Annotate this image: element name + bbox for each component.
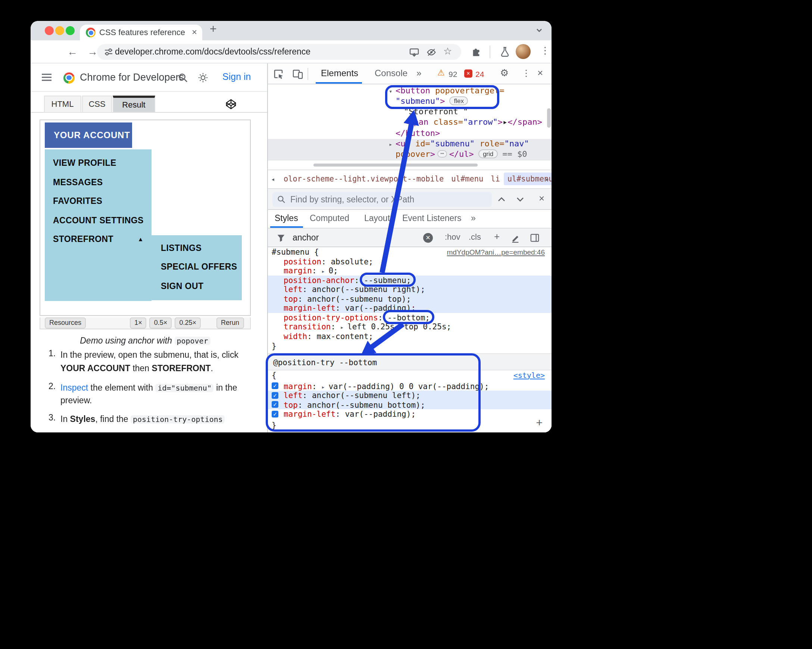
- css-declaration[interactable]: top: anchor(--submenu top);: [268, 294, 551, 303]
- css-declaration[interactable]: position: absolute;: [268, 257, 551, 266]
- breadcrumb-item[interactable]: ul#menu: [447, 173, 487, 185]
- your-account-button[interactable]: YOUR ACCOUNT: [45, 122, 132, 147]
- bookmark-star-icon[interactable]: ☆: [443, 46, 452, 57]
- expand-arrow-icon[interactable]: ▾: [389, 86, 395, 97]
- clear-filter-icon[interactable]: ✕: [423, 233, 433, 242]
- theme-sun-icon[interactable]: [198, 72, 208, 83]
- tab-search-chevron-icon[interactable]: [535, 26, 543, 34]
- breadcrumb-right-arrow-icon[interactable]: ▸: [545, 175, 549, 182]
- inspect-element-icon[interactable]: [272, 68, 284, 80]
- css-declaration[interactable]: ✓margin-left: var(--padding);: [268, 409, 551, 419]
- warning-icon[interactable]: ⚠: [437, 68, 445, 78]
- find-next-chevron-icon[interactable]: [516, 195, 525, 203]
- search-icon[interactable]: [178, 72, 188, 83]
- shorthand-expand-icon[interactable]: ▸: [340, 324, 347, 331]
- error-count[interactable]: 24: [475, 69, 484, 78]
- sign-in-link[interactable]: Sign in: [223, 72, 251, 82]
- declaration-checkbox[interactable]: ✓: [272, 410, 278, 417]
- css-rule-header[interactable]: #submenu { mdYdpOM?ani…pe=embed:46: [268, 247, 551, 257]
- declaration-checkbox[interactable]: ✓: [272, 383, 278, 389]
- breadcrumb-left-arrow-icon[interactable]: ◂: [271, 175, 275, 182]
- new-tab-button[interactable]: +: [210, 22, 217, 36]
- css-declaration[interactable]: margin-left: var(--padding);: [268, 303, 551, 312]
- forward-button[interactable]: →: [87, 46, 98, 58]
- declaration-checkbox[interactable]: ✓: [272, 401, 278, 408]
- flex-badge[interactable]: flex: [449, 96, 468, 105]
- css-selector[interactable]: #submenu {: [272, 247, 319, 257]
- close-window-button[interactable]: [45, 26, 54, 35]
- profile-avatar[interactable]: [516, 44, 531, 59]
- css-declaration[interactable]: position-anchor: --submenu;: [268, 275, 551, 285]
- vertical-scrollbar[interactable]: [547, 108, 550, 128]
- sidebar-tab-event-listeners[interactable]: Event Listeners: [402, 214, 462, 223]
- shorthand-expand-icon[interactable]: ▸: [321, 384, 328, 390]
- dom-tree-node[interactable]: popover>⋯</ul>grid== $0: [268, 150, 551, 161]
- sidebar-tab-computed[interactable]: Computed: [310, 214, 349, 223]
- embed-tab-html[interactable]: HTML: [44, 96, 81, 113]
- tab-elements[interactable]: Elements: [321, 68, 358, 78]
- styles-filter-input[interactable]: [291, 231, 418, 244]
- warning-count[interactable]: 92: [449, 69, 457, 78]
- menu-item[interactable]: SIGN OUT: [151, 277, 242, 296]
- tune-icon[interactable]: [104, 47, 113, 57]
- back-button[interactable]: ←: [67, 46, 78, 58]
- dom-tree-node[interactable]: "Storefront ": [268, 107, 551, 118]
- sidebar-tab-layout[interactable]: Layout: [364, 214, 390, 223]
- chrome-developers-logo[interactable]: [63, 72, 75, 83]
- toggle-hover-button[interactable]: :hov: [445, 232, 461, 241]
- embed-tab-result[interactable]: Result: [113, 96, 155, 113]
- browser-tab[interactable]: CSS features reference | Chr ×: [80, 24, 202, 40]
- collapsed-content-ellipsis[interactable]: ⋯: [437, 150, 447, 158]
- zoom-window-button[interactable]: [66, 26, 75, 35]
- position-try-header[interactable]: @position-try --bottom: [268, 353, 551, 370]
- zoom-button[interactable]: 0.5×: [150, 317, 172, 329]
- menu-item[interactable]: SPECIAL OFFERS: [151, 258, 242, 277]
- css-declaration[interactable]: ✓left: anchor(--submenu left);: [268, 390, 551, 400]
- find-previous-chevron-icon[interactable]: [497, 195, 506, 203]
- declaration-checkbox[interactable]: ✓: [272, 392, 278, 398]
- grid-badge[interactable]: grid: [478, 150, 498, 159]
- breadcrumb-item[interactable]: olor-scheme--light.viewport--mobile: [280, 173, 447, 185]
- error-icon[interactable]: ×: [464, 69, 472, 78]
- url-text[interactable]: developer.chrome.com/docs/devtools/css/r…: [115, 47, 310, 56]
- site-title[interactable]: Chrome for Developers: [80, 72, 184, 83]
- menu-item[interactable]: STOREFRONT▲: [45, 230, 151, 249]
- find-close-icon[interactable]: ×: [539, 192, 545, 204]
- minimize-window-button[interactable]: [55, 26, 64, 35]
- tab-console[interactable]: Console: [375, 68, 408, 78]
- rerun-button[interactable]: Rerun: [217, 317, 244, 329]
- send-to-device-icon[interactable]: [409, 47, 420, 57]
- eye-off-icon[interactable]: [426, 47, 437, 57]
- more-tabs-chevrons[interactable]: »: [417, 68, 421, 78]
- dom-tree-node[interactable]: </button>: [268, 128, 551, 139]
- menu-item[interactable]: FAVORITES: [45, 192, 151, 211]
- dom-tree-node[interactable]: <span class="arrow">▸</span>: [268, 118, 551, 129]
- css-declaration[interactable]: left: anchor(--submenu right);: [268, 285, 551, 294]
- settings-gear-icon[interactable]: ⚙: [500, 67, 508, 78]
- shorthand-expand-icon[interactable]: ▸: [321, 268, 328, 275]
- dom-tree-node[interactable]: ▸<ul id="submenu" role="nav": [268, 139, 551, 150]
- experiments-flask-icon[interactable]: [499, 46, 510, 58]
- menu-item[interactable]: MESSAGES: [45, 173, 151, 192]
- new-style-rule-button[interactable]: +: [494, 231, 500, 242]
- css-declaration[interactable]: ✓top: anchor(--submenu bottom);: [268, 400, 551, 409]
- devtools-close-icon[interactable]: ×: [537, 67, 543, 78]
- inspect-link[interactable]: Inspect: [61, 383, 88, 392]
- url-bar[interactable]: developer.chrome.com/docs/devtools/css/r…: [97, 44, 461, 60]
- css-declaration[interactable]: ✓margin: ▸ var(--padding) 0 0 var(--padd…: [268, 381, 551, 390]
- css-declaration[interactable]: position-try-options: --bottom;: [268, 313, 551, 322]
- breadcrumb-item[interactable]: ul#submenu: [504, 173, 551, 185]
- extensions-puzzle-icon[interactable]: [471, 46, 482, 58]
- horizontal-scrollbar[interactable]: [313, 163, 478, 167]
- menu-item[interactable]: LISTINGS: [151, 239, 242, 258]
- tab-close-icon[interactable]: ×: [192, 27, 197, 37]
- sidebar-more-tabs-chevrons[interactable]: »: [471, 214, 476, 223]
- devtools-menu-kebab-icon[interactable]: ⋮: [522, 68, 531, 78]
- menu-item[interactable]: VIEW PROFILE: [45, 154, 151, 173]
- sidebar-toggle-icon[interactable]: [530, 233, 540, 243]
- hamburger-menu-icon[interactable]: [41, 72, 52, 82]
- css-declaration[interactable]: margin: ▸ 0;: [268, 266, 551, 275]
- expand-arrow-icon[interactable]: ▸: [389, 140, 395, 150]
- format-styles-icon[interactable]: [510, 233, 520, 243]
- device-toolbar-icon[interactable]: [292, 68, 304, 80]
